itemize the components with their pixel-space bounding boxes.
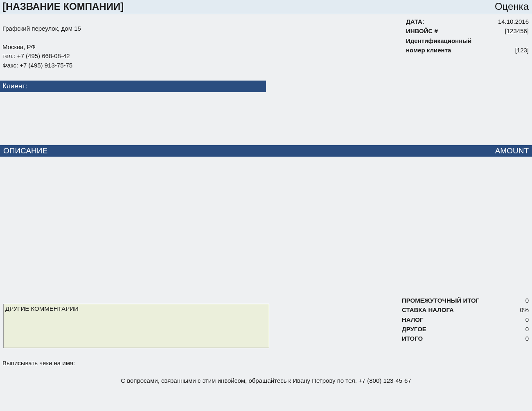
clientid-value: [123] [492,45,529,55]
taxrate-value: 0% [504,305,529,314]
totals-block: ПРОМЕЖУТОЧНЫЙ ИТОГ 0 СТАВКА НАЛОГА 0% НА… [402,296,529,348]
invoice-label: ИНВОЙС # [406,26,492,36]
document-type: Оценка [495,1,529,12]
comments-box[interactable]: ДРУГИЕ КОММЕНТАРИИ [3,304,269,348]
tax-label: НАЛОГ [402,315,424,324]
date-label: ДАТА: [406,17,492,26]
checks-line: Выписывать чеки на имя: [0,348,532,366]
bottom-area: ДРУГИЕ КОММЕНТАРИИ ПРОМЕЖУТОЧНЫЙ ИТОГ 0 … [0,296,532,348]
company-phone: тел.: +7 (495) 668-08-42 [2,52,81,61]
other-value: 0 [504,324,529,334]
other-label: ДРУГОЕ [402,324,426,334]
col-description: ОПИСАНИЕ [3,146,47,155]
tax-value: 0 [504,315,529,324]
company-address: Графский переулок, дом 15 [2,24,81,34]
subtotal-value: 0 [504,296,529,305]
clientid-label-1: Идентификационный [406,36,492,45]
subtotal-label: ПРОМЕЖУТОЧНЫЙ ИТОГ [402,296,479,305]
table-header: ОПИСАНИЕ AMOUNT [0,145,532,157]
company-name: [НАЗВАНИЕ КОМПАНИИ] [2,1,124,12]
taxrate-label: СТАВКА НАЛОГА [402,305,454,314]
title-row: [НАЗВАНИЕ КОМПАНИИ] Оценка [0,0,532,14]
col-amount: AMOUNT [495,146,529,155]
company-info: Графский переулок, дом 15 Москва, РФ тел… [2,17,81,70]
client-section-header: Клиент: [0,81,266,92]
total-label: ИТОГО [402,334,423,343]
invoice-value: [123456] [492,26,529,36]
table-body[interactable] [0,157,532,296]
company-fax: Факс: +7 (495) 913-75-75 [2,61,81,70]
company-city: Москва, РФ [2,43,81,52]
clientid-label-2: номер клиента [406,45,492,55]
footer-contact: С вопросами, связанными с этим инвойсом,… [0,366,532,384]
total-value: 0 [504,334,529,343]
invoice-sheet: [НАЗВАНИЕ КОМПАНИИ] Оценка Графский пере… [0,0,532,411]
date-value: 14.10.2016 [492,17,529,26]
meta-block: Графский переулок, дом 15 Москва, РФ тел… [0,14,532,70]
meta-right: ДАТА: 14.10.2016 ИНВОЙС # [123456] Идент… [406,17,529,70]
comments-title: ДРУГИЕ КОММЕНТАРИИ [5,305,267,312]
